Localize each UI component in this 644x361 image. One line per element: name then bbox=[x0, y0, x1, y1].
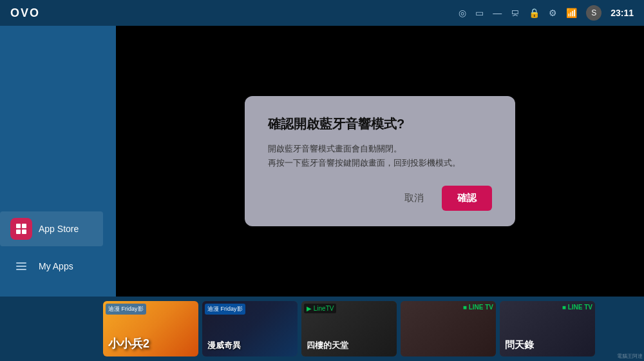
my-apps-label: My Apps bbox=[39, 261, 73, 271]
cancel-button[interactable]: 取消 bbox=[394, 187, 434, 210]
logo: OVO bbox=[10, 6, 40, 20]
tile-badge: 迪漫 Friday影 bbox=[205, 304, 245, 315]
linetv-badge: ■ LINE TV bbox=[562, 304, 592, 311]
tile-title: 漫威奇異 bbox=[207, 340, 241, 351]
list-item[interactable]: 迪漫 Friday影 漫威奇異 bbox=[202, 301, 298, 356]
topbar-icons: ◎ ▭ — ⯳ 🔒 ⚙ 📶 S 23:11 bbox=[459, 5, 634, 21]
sidebar-item-app-store[interactable]: App Store bbox=[0, 211, 103, 246]
watermark: 電腦王阿達 bbox=[617, 353, 643, 360]
avatar: S bbox=[586, 5, 601, 21]
rectangle-icon: ▭ bbox=[475, 8, 484, 18]
list-item[interactable]: ■ LINE TV bbox=[401, 301, 496, 356]
dialog-buttons: 取消 確認 bbox=[268, 186, 492, 211]
bluetooth-icon: ⯳ bbox=[511, 8, 520, 18]
list-item[interactable]: ■ LINE TV 問天錄 bbox=[500, 301, 595, 356]
linetv-badge: ■ LINE TV bbox=[463, 304, 493, 311]
minus-icon: — bbox=[493, 8, 502, 18]
svg-rect-4 bbox=[16, 262, 26, 264]
sidebar-item-my-apps[interactable]: My Apps bbox=[0, 249, 103, 284]
bottom-bar: 迪漫 Friday影 小小兵2 迪漫 Friday影 漫威奇異 ▶ LineTV… bbox=[0, 297, 644, 361]
app-store-icon bbox=[10, 218, 32, 240]
list-item[interactable]: 迪漫 Friday影 小小兵2 bbox=[103, 301, 198, 356]
dialog-overlay: 確認開啟藍牙音響模式? 開啟藍牙音響模式畫面會自動關閉。 再按一下藍牙音響按鍵開… bbox=[116, 26, 644, 297]
list-item[interactable]: ▶ LineTV 四樓的天堂 bbox=[301, 301, 397, 356]
svg-rect-3 bbox=[22, 229, 26, 234]
app-store-label: App Store bbox=[39, 224, 79, 234]
svg-rect-0 bbox=[16, 224, 21, 228]
tile-title: 四樓的天堂 bbox=[307, 340, 348, 351]
dialog: 確認開啟藍牙音響模式? 開啟藍牙音響模式畫面會自動關閉。 再按一下藍牙音響按鍵開… bbox=[245, 96, 515, 226]
dialog-body-line1: 開啟藍牙音響模式畫面會自動關閉。 bbox=[268, 142, 492, 156]
svg-rect-1 bbox=[22, 224, 26, 228]
play-icon: ▶ LineTV bbox=[304, 304, 336, 313]
target-icon: ◎ bbox=[459, 8, 466, 18]
confirm-button[interactable]: 確認 bbox=[442, 186, 492, 211]
lock-icon: 🔒 bbox=[529, 8, 540, 18]
tile-badge: 迪漫 Friday影 bbox=[106, 304, 146, 315]
tile-title: 小小兵2 bbox=[108, 336, 149, 351]
tile-title: 問天錄 bbox=[505, 339, 534, 351]
dialog-body-line2: 再按一下藍牙音響按鍵開啟畫面，回到投影機模式。 bbox=[268, 156, 492, 170]
svg-rect-5 bbox=[16, 266, 26, 267]
gear-icon: ⚙ bbox=[549, 8, 557, 18]
svg-rect-6 bbox=[16, 269, 26, 270]
my-apps-icon bbox=[10, 255, 32, 277]
dialog-body: 開啟藍牙音響模式畫面會自動關閉。 再按一下藍牙音響按鍵開啟畫面，回到投影機模式。 bbox=[268, 142, 492, 170]
dialog-title: 確認開啟藍牙音響模式? bbox=[268, 115, 492, 133]
svg-rect-2 bbox=[16, 229, 21, 234]
sidebar: App Store My Apps bbox=[0, 26, 103, 297]
topbar: OVO ◎ ▭ — ⯳ 🔒 ⚙ 📶 S 23:11 bbox=[0, 0, 644, 26]
wifi-icon: 📶 bbox=[566, 8, 577, 18]
clock: 23:11 bbox=[611, 8, 634, 18]
